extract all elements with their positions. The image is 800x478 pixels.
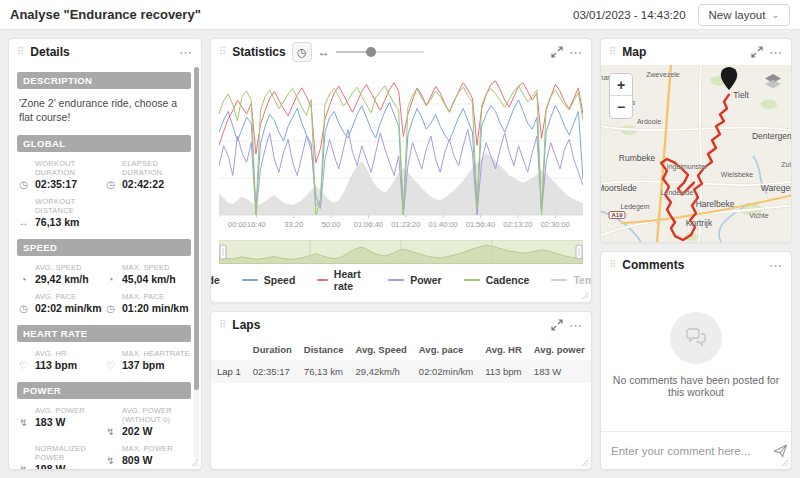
legend-label: Power xyxy=(410,274,442,286)
expand-icon[interactable] xyxy=(551,46,563,58)
svg-text:00:00: 00:00 xyxy=(228,220,247,229)
stat-grid: AVG. SPEED◔29,42 km/hMAX. SPEED◔45,04 km… xyxy=(17,261,191,318)
legend-item-speed[interactable]: Speed xyxy=(242,274,296,286)
drag-handle-icon[interactable]: ⠿ xyxy=(17,47,24,57)
svg-text:02:13:20: 02:13:20 xyxy=(503,220,532,229)
stat-avg-power-without-0: AVG. POWER (WITHOUT 0)↯202 W xyxy=(104,406,191,437)
lap-cell: 29,42km/h xyxy=(349,360,412,383)
legend-item-temperature[interactable]: Temperature xyxy=(551,274,592,286)
laps-panel: ⠿ Laps ⋯ DurationDistanceAvg. SpeedAvg. … xyxy=(210,311,592,470)
laps-menu-icon[interactable]: ⋯ xyxy=(569,318,583,333)
resize-grip-icon[interactable] xyxy=(581,292,589,300)
chart-range-navigator[interactable] xyxy=(219,240,583,264)
comments-menu-icon[interactable]: ⋯ xyxy=(769,258,783,273)
dashboard-grid: ⠿ Details ⋯ DESCRIPTION'Zone 2' enduranc… xyxy=(0,30,800,478)
legend-swatch xyxy=(317,279,328,281)
legend-swatch xyxy=(551,279,567,281)
send-comment-icon[interactable] xyxy=(773,444,788,458)
laps-col-distance: Distance xyxy=(298,340,350,360)
expand-icon[interactable] xyxy=(751,46,763,58)
stat-value: 183 W xyxy=(35,416,65,428)
map-layers-icon[interactable] xyxy=(763,73,783,95)
route-start-marker[interactable] xyxy=(720,67,738,95)
bolt-icon: ↯ xyxy=(104,426,117,437)
details-scrollbar-thumb[interactable] xyxy=(194,67,199,390)
resize-grip-icon[interactable] xyxy=(191,459,199,467)
stat-label: AVG. POWER (WITHOUT 0) xyxy=(122,406,191,424)
clock-icon: ◷ xyxy=(104,179,117,190)
map-canvas[interactable]: + − KortemarkZwevezeleGitsArdooieTieltDe… xyxy=(601,65,791,242)
drag-handle-icon[interactable]: ⠿ xyxy=(219,320,226,330)
details-scroll-area[interactable]: DESCRIPTION'Zone 2' endurance ride, choo… xyxy=(9,65,201,469)
lap-cell: 76,13 km xyxy=(298,360,350,383)
legend-label: Heart rate xyxy=(334,268,366,292)
comment-input[interactable] xyxy=(611,445,765,457)
stat-label: MAX. PACE xyxy=(122,292,191,301)
legend-swatch xyxy=(242,279,258,281)
drag-handle-icon[interactable]: ⠿ xyxy=(609,260,616,270)
map-zoom-in-button[interactable]: + xyxy=(610,74,632,96)
distance-axis-icon[interactable]: ↔ xyxy=(318,45,330,59)
expand-icon[interactable] xyxy=(551,319,563,331)
workout-datetime: 03/01/2023 - 14:43:20 xyxy=(573,9,686,21)
slider-knob[interactable] xyxy=(366,47,376,57)
legend-label: Speed xyxy=(264,274,296,286)
legend-item-power[interactable]: Power xyxy=(388,274,442,286)
lap-cell: Lap 1 xyxy=(211,360,247,383)
statistics-menu-icon[interactable]: ⋯ xyxy=(569,45,583,60)
laps-col-avg-hr: Avg. HR xyxy=(479,340,528,360)
stat-label: WORKOUT DISTANCE xyxy=(35,197,104,215)
map-label-lendelede: Lendelede xyxy=(661,188,694,195)
lap-cell: 183 W xyxy=(528,360,591,383)
navigator-handle-right[interactable] xyxy=(576,245,582,259)
layout-select-button[interactable]: New layout ⌄ xyxy=(698,4,790,26)
stat-max-speed: MAX. SPEED◔45,04 km/h xyxy=(104,263,191,285)
layout-select-label: New layout xyxy=(709,9,766,21)
stat-label: AVG. POWER xyxy=(35,406,104,415)
stat-grid: AVG. POWER↯183 WAVG. POWER (WITHOUT 0)↯2… xyxy=(17,404,191,469)
bolt-icon: ↯ xyxy=(17,464,30,469)
legend-item-altitude[interactable]: Altitude xyxy=(210,274,220,286)
smoothing-slider[interactable] xyxy=(336,46,424,58)
resize-grip-icon[interactable] xyxy=(781,459,789,467)
details-panel: ⠿ Details ⋯ DESCRIPTION'Zone 2' enduranc… xyxy=(8,38,202,470)
map-panel: ⠿ Map ⋯ + − KortemarkZ xyxy=(600,38,792,243)
stat-label: MAX. SPEED xyxy=(122,263,191,272)
svg-text:01:56:40: 01:56:40 xyxy=(466,220,495,229)
details-menu-icon[interactable]: ⋯ xyxy=(179,45,193,60)
drag-handle-icon[interactable]: ⠿ xyxy=(219,47,226,57)
resize-grip-icon[interactable] xyxy=(581,459,589,467)
map-label-rumbeke: Rumbeke xyxy=(619,153,655,163)
stat-grid: AVG. HR♡113 bpmMAX. HEARTRATE♡137 bpm xyxy=(17,347,191,375)
stat-max-power: MAX. POWER↯809 W xyxy=(104,444,191,469)
legend-item-heart-rate[interactable]: Heart rate xyxy=(317,268,366,292)
lap-row[interactable]: Lap 102:35:1776,13 km29,42km/h02:02min/k… xyxy=(211,360,592,383)
map-menu-icon[interactable]: ⋯ xyxy=(769,45,783,60)
section-header-power: POWER xyxy=(17,382,191,399)
navigator-handle-left[interactable] xyxy=(220,245,226,259)
map-label-ingelmunster: Ingelmunster xyxy=(667,162,707,169)
map-label-harelbeke: Harelbeke xyxy=(696,199,735,209)
laps-col-norm-power: Norm. power xyxy=(591,340,592,360)
stat-label: ELAPSED DURATION xyxy=(122,159,191,177)
stat-value: 02:42:22 xyxy=(122,178,164,190)
stat-max-pace: MAX. PACE◷01:20 min/km xyxy=(104,292,191,314)
distance-icon: ↔ xyxy=(17,217,30,228)
stat-value: 45,04 km/h xyxy=(122,273,176,285)
heart-icon: ♡ xyxy=(104,360,117,371)
drag-handle-icon[interactable]: ⠿ xyxy=(609,47,616,57)
laps-table: DurationDistanceAvg. SpeedAvg. paceAvg. … xyxy=(211,340,592,383)
laps-title: Laps xyxy=(232,318,260,332)
stat-normalized-power: NORMALIZED POWER↯198 W xyxy=(17,444,104,469)
legend-item-cadence[interactable]: Cadence xyxy=(464,274,530,286)
map-label-dentergem: Dentergem xyxy=(752,131,791,141)
map-zoom-out-button[interactable]: − xyxy=(610,96,632,118)
map-title: Map xyxy=(622,45,646,59)
stat-value: 02:35:17 xyxy=(35,178,77,190)
stat-label: AVG. HR xyxy=(35,349,104,358)
details-scrollbar[interactable] xyxy=(194,67,199,461)
time-axis-toggle-button[interactable]: ◷ xyxy=(292,42,312,62)
stat-grid: WORKOUT DURATION◷02:35:17ELAPSED DURATIO… xyxy=(17,157,191,232)
statistics-chart[interactable]: 00:0016:4033:2050:0001:06:4001:23:2001:4… xyxy=(219,67,583,233)
section-header-heart-rate: HEART RATE xyxy=(17,325,191,342)
